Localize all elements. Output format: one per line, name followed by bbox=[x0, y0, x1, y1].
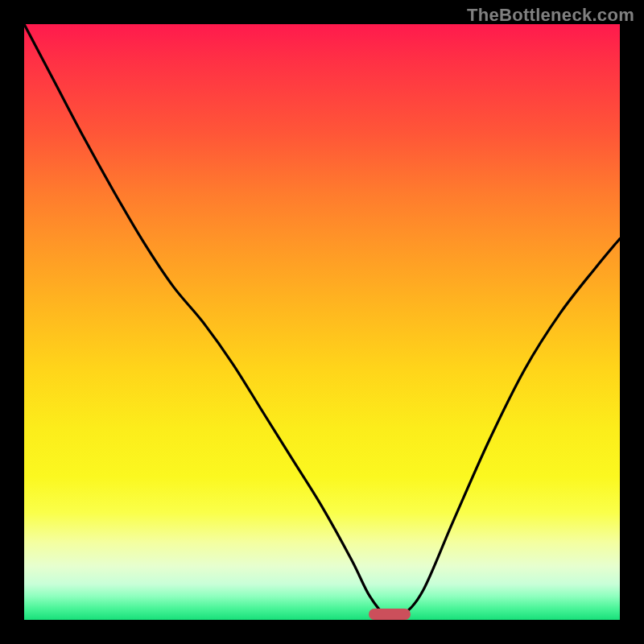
background-gradient bbox=[24, 24, 620, 620]
watermark-text: TheBottleneck.com bbox=[467, 5, 634, 26]
plot-area bbox=[24, 24, 620, 620]
optimal-marker bbox=[369, 609, 411, 620]
chart-frame: TheBottleneck.com bbox=[0, 0, 644, 644]
